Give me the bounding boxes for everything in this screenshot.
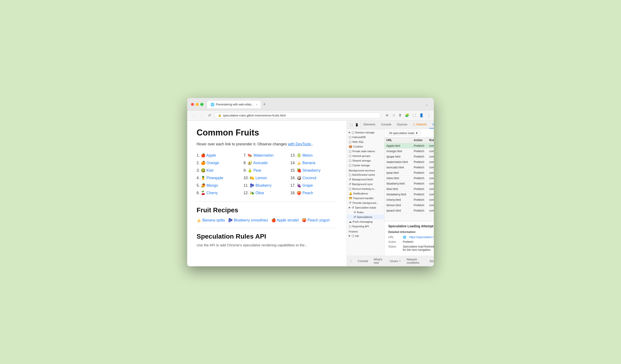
- fruit-link[interactable]: Apple: [206, 153, 216, 157]
- bottom-tab-console[interactable]: Console: [355, 258, 371, 265]
- tree-indexeddb[interactable]: ▢ IndexedDB: [347, 135, 384, 139]
- detail-url-link[interactable]: https://speculative-rules.glitch.me/appl…: [409, 236, 434, 239]
- fruit-link[interactable]: Avocado: [253, 161, 268, 165]
- spec-loads-dropdown[interactable]: All speculative loads ▼: [387, 131, 420, 136]
- address-input[interactable]: 🔒 speculative-rules.glitch.me/common-fru…: [214, 112, 381, 119]
- tree-cookies[interactable]: 🍪 Cookies: [347, 144, 384, 149]
- bottom-dots-icon[interactable]: ⋮: [347, 257, 355, 265]
- tab-application[interactable]: Application: [429, 121, 434, 128]
- maximize-traffic-light[interactable]: [200, 103, 203, 106]
- fruit-link[interactable]: Pear: [253, 168, 261, 172]
- new-tab-button[interactable]: +: [261, 101, 268, 108]
- tree-periodic-bg[interactable]: ⏱ Periodic background...: [347, 201, 384, 205]
- eye-slash-icon[interactable]: 👁: [385, 113, 389, 117]
- bottom-tab-search[interactable]: Search: [427, 258, 434, 265]
- table-row[interactable]: /apple.html Prefetch common-... Ready: [384, 143, 434, 148]
- minimize-traffic-light[interactable]: [196, 103, 199, 106]
- tab-dropdown-button[interactable]: ⌄: [423, 102, 430, 107]
- cell-action: Prefetch: [412, 154, 428, 159]
- table-row[interactable]: /strawberry.html Prefetch common-... Not…: [384, 192, 434, 197]
- table-row[interactable]: /watermelon.html Prefetch common-... Not…: [384, 159, 434, 165]
- cell-ruleset: common-...: [428, 175, 434, 181]
- tab-network[interactable]: ⚠ Network: [410, 121, 429, 128]
- forward-button[interactable]: →: [199, 113, 205, 118]
- bottom-tab-network-conditions[interactable]: Network conditions: [404, 256, 427, 266]
- split-screen-icon[interactable]: ⬚: [413, 113, 416, 117]
- fruit-link[interactable]: Olive: [256, 191, 264, 195]
- table-row[interactable]: /grape.html Prefetch common-... Not trig…: [384, 154, 434, 159]
- tree-speculations[interactable]: ↺ Speculations: [347, 215, 384, 219]
- close-traffic-light[interactable]: [191, 103, 194, 106]
- reload-button[interactable]: ↺: [207, 113, 212, 118]
- recipe-link[interactable]: 🍌 Banana splits: [197, 218, 225, 222]
- active-tab[interactable]: 🌐 Prerendering with web-vitals... ×: [207, 101, 261, 108]
- tree-cache-storage[interactable]: ▢ Cache storage: [347, 163, 384, 168]
- fruit-link[interactable]: Melon: [302, 153, 313, 157]
- table-row[interactable]: /olive.html Prefetch common-... Not trig…: [384, 175, 434, 181]
- bottom-tab-issues[interactable]: Issues ✕: [387, 258, 404, 265]
- tree-payment-handler[interactable]: 💳 Payment handler: [347, 196, 384, 201]
- tab-close-button[interactable]: ×: [256, 103, 258, 106]
- fruit-link[interactable]: Watermelon: [253, 153, 274, 157]
- spec-detail-title: Speculative Loading Attempt: [388, 224, 434, 228]
- tree-web-sql[interactable]: ▢ Web SQL: [347, 139, 384, 144]
- list-item: 10. 🍋 Lemon: [243, 174, 291, 182]
- tree-speculative-loads[interactable]: ▶ ↺ Speculative loads: [347, 205, 384, 210]
- tree-bg-sync[interactable]: ↺ Background sync: [347, 182, 384, 187]
- devtools-tree: ▶ ▢ Session storage ▢ IndexedDB ▢ Web SQ…: [347, 129, 384, 256]
- device-mode-icon[interactable]: 📱: [354, 122, 359, 127]
- table-row[interactable]: /lemon.html Prefetch common-... Not trig…: [384, 202, 434, 208]
- tab-console[interactable]: Console: [378, 121, 394, 128]
- menu-icon[interactable]: ⋮: [427, 113, 431, 117]
- recipe-link[interactable]: 🫐 Blueberry smoothies: [228, 218, 268, 222]
- star-icon[interactable]: ☆: [392, 113, 395, 117]
- tree-push-messaging[interactable]: ☁ Push messaging: [347, 219, 384, 224]
- tree-session-storage[interactable]: ▶ ▢ Session storage: [347, 130, 384, 135]
- issues-close-button[interactable]: ✕: [399, 260, 401, 262]
- recipe-link[interactable]: 🍑 Peach yogurt: [302, 218, 330, 222]
- back-button[interactable]: ←: [190, 113, 196, 118]
- fruit-link[interactable]: Cherry: [207, 191, 218, 195]
- table-row[interactable]: /blueberry.html Prefetch common-... Not …: [384, 181, 434, 186]
- tree-bounce-tracking[interactable]: ▢ Bounce tracking m...: [347, 187, 384, 191]
- table-row[interactable]: /pear.html Prefetch common-... Not trigg…: [384, 170, 434, 175]
- tree-rules[interactable]: ↺ Rules: [347, 210, 384, 215]
- tab-sources[interactable]: Sources: [394, 121, 410, 128]
- cell-action: Prefetch: [412, 197, 428, 202]
- list-item: 18. 🍑 Peach: [290, 189, 337, 197]
- inspect-element-icon[interactable]: ⬚: [350, 122, 353, 127]
- tree-bfcache[interactable]: ▢ Back/forward cache: [347, 172, 384, 177]
- table-row[interactable]: /avocado.html Prefetch common-... Not tr…: [384, 165, 434, 170]
- extensions-icon[interactable]: 🧩: [405, 113, 409, 117]
- detail-action-row: Action Prefetch: [388, 240, 434, 243]
- table-row[interactable]: /cherry.html Prefetch common-... Not tri…: [384, 197, 434, 202]
- tree-interest-groups[interactable]: ▢ Interest groups: [347, 154, 384, 158]
- recipe-link[interactable]: 🍎 Apple strudel: [271, 218, 299, 222]
- table-row[interactable]: /orange.html Prefetch common-... Ready: [384, 148, 434, 154]
- table-row[interactable]: /peach.html Prefetch common-... Not trig…: [384, 208, 434, 213]
- profile-icon[interactable]: 👤: [419, 113, 424, 117]
- bottom-tab-whats-new[interactable]: What's new: [371, 256, 387, 266]
- fruit-link[interactable]: Peach: [302, 191, 313, 195]
- fruit-link[interactable]: Blueberry: [256, 183, 272, 187]
- fruit-link[interactable]: Coconut: [302, 176, 316, 180]
- share-icon[interactable]: ⬆: [398, 113, 402, 117]
- fruit-link[interactable]: Orange: [207, 161, 219, 165]
- tree-private-state[interactable]: ▢ Private state tokens: [347, 149, 384, 154]
- tree-bg-fetch[interactable]: ↺ Background fetch: [347, 177, 384, 182]
- tab-elements[interactable]: Elements: [361, 121, 378, 128]
- fruit-link[interactable]: Lemon: [256, 176, 267, 180]
- table-row[interactable]: /kiwi.html Prefetch common-... Not trigg…: [384, 186, 434, 192]
- fruit-link[interactable]: Strawberry: [302, 168, 320, 172]
- tree-top-frame[interactable]: ▶ ▢ top: [347, 233, 384, 238]
- devtools-link[interactable]: with DevTools: [288, 142, 312, 146]
- fruit-link[interactable]: Banana: [302, 161, 315, 165]
- fruit-link[interactable]: Kiwi: [207, 168, 213, 172]
- tree-reporting-api[interactable]: ▢ Reporting API: [347, 224, 384, 229]
- tree-shared-storage[interactable]: ▢ Shared storage: [347, 158, 384, 163]
- fruit-link[interactable]: Pineapple: [207, 176, 223, 180]
- tree-notifications[interactable]: 🔔 Notifications: [347, 191, 384, 196]
- fruit-link[interactable]: Mango: [207, 183, 218, 187]
- fruit-link[interactable]: Grape: [302, 183, 313, 187]
- list-item: 2. 🍊 Orange: [197, 159, 243, 167]
